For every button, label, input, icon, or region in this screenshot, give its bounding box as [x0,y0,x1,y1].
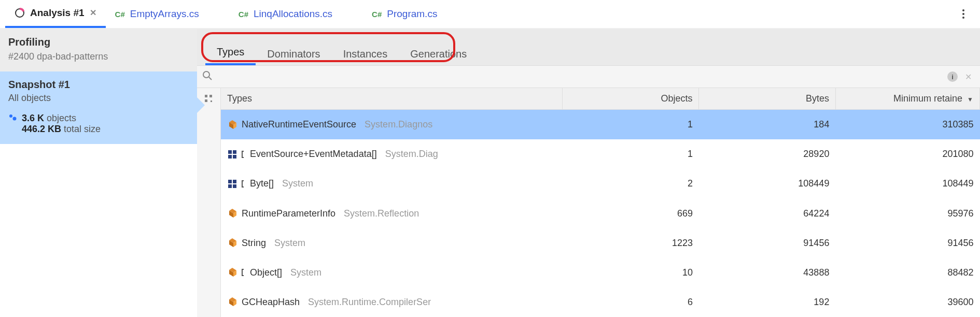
svg-rect-7 [205,99,207,102]
cell-bytes: 43888 [699,258,835,287]
array-badge-icon [241,180,246,188]
cell-bytes: 192 [699,287,835,317]
svg-rect-12 [233,155,236,159]
type-cell: NativeRuntimeEventSourceSystem.Diagnos [221,110,563,140]
editor-tab-strip: Analysis #1 ✕ C# EmptyArrays.cs C# LinqA… [0,0,980,29]
main-area: Profiling #2400 dpa-bad-patterns Snapsho… [0,29,980,317]
tab-analysis-label: Analysis #1 [30,7,85,19]
type-cell: StringSystem [221,228,563,258]
objects-label: objects [47,113,76,123]
cell-retained: 95976 [835,199,979,228]
types-table: Types Objects Bytes Minimum retaine ▼ Na… [221,88,980,317]
cell-bytes: 91456 [699,228,835,258]
type-name: RuntimeParameterInfo [242,208,335,219]
cell-retained: 310385 [835,110,979,140]
table-row[interactable]: StringSystem12239145691456 [221,228,980,258]
svg-rect-15 [233,180,236,183]
csharp-icon: C# [372,10,382,19]
svg-rect-10 [233,150,236,154]
cell-retained: 88482 [835,258,979,287]
view-tab-dominators[interactable]: Dominators [256,41,331,65]
types-table-wrap: Types Objects Bytes Minimum retaine ▼ Na… [197,88,980,317]
size-label: total size [64,124,101,134]
svg-rect-14 [228,180,232,183]
cell-objects: 2 [563,169,699,198]
col-retained[interactable]: Minimum retaine ▼ [835,88,979,110]
content-area: Types Dominators Instances Generations i… [197,29,980,317]
view-tab-generations[interactable]: Generations [399,41,478,65]
type-namespace: System.Diagnos [365,119,432,130]
type-name: Object[] [250,267,282,278]
cell-retained: 39600 [835,287,979,317]
type-namespace: System.Diag [385,149,438,160]
sort-desc-icon: ▼ [967,96,973,103]
cell-retained: 108449 [835,169,979,198]
type-cell: Byte[]System [221,169,563,198]
type-cell: RuntimeParameterInfoSystem.Reflection [221,199,563,228]
cell-retained: 91456 [835,228,979,258]
type-namespace: System.Reflection [344,208,419,219]
type-name: EventSource+EventMetadata[] [250,149,377,160]
search-input[interactable] [217,72,943,81]
svg-point-2 [13,117,17,121]
cell-objects: 1 [563,139,699,169]
type-cell: Object[]System [221,258,563,287]
type-cell: GCHeapHashSystem.Runtime.CompilerSer [221,287,563,317]
type-cell: EventSource+EventMetadata[]System.Diag [221,139,563,169]
snapshot-subtitle: All objects [8,93,189,104]
profiling-subtitle: #2400 dpa-bad-patterns [8,51,189,62]
kebab-menu-icon[interactable] [952,9,975,19]
table-row[interactable]: Byte[]System2108449108449 [221,169,980,198]
tab-file-1-label: LinqAllocations.cs [254,8,332,20]
view-tab-instances[interactable]: Instances [332,41,399,65]
clear-search-icon[interactable]: ✕ [962,72,975,82]
struct-icon [227,179,237,189]
table-row[interactable]: GCHeapHashSystem.Runtime.CompilerSer6192… [221,287,980,317]
col-retained-label: Minimum retaine [893,93,962,104]
tab-file-0[interactable]: C# EmptyArrays.cs [106,0,208,28]
col-bytes[interactable]: Bytes [699,88,835,110]
type-namespace: System [274,238,305,249]
cell-objects: 669 [563,199,699,228]
snapshot-title: Snapshot #1 [8,79,189,91]
type-namespace: System [290,267,321,278]
array-badge-icon [241,150,246,159]
table-row[interactable]: Object[]System104388888482 [221,258,980,287]
tab-file-2[interactable]: C# Program.cs [362,0,446,28]
info-icon[interactable]: i [947,71,958,82]
profiling-block[interactable]: Profiling #2400 dpa-bad-patterns [0,29,197,71]
svg-point-1 [9,114,12,118]
tab-file-0-label: EmptyArrays.cs [130,8,199,20]
col-objects[interactable]: Objects [563,88,699,110]
tab-file-1[interactable]: C# LinqAllocations.cs [229,0,342,28]
type-namespace: System [282,178,313,189]
snapshot-stats: 3.6 K objects 446.2 KB total size [8,113,189,135]
type-name: Byte[] [250,178,274,189]
objects-count: 3.6 K [22,113,44,123]
array-badge-icon [241,268,246,277]
cell-retained: 201080 [835,139,979,169]
table-row[interactable]: NativeRuntimeEventSourceSystem.Diagnos11… [221,110,980,140]
table-row[interactable]: EventSource+EventMetadata[]System.Diag12… [221,139,980,169]
tab-analysis[interactable]: Analysis #1 ✕ [5,0,106,28]
class-icon [227,238,237,248]
svg-rect-8 [211,100,212,102]
size-value: 446.2 KB [22,124,61,134]
col-types[interactable]: Types [221,88,563,110]
table-row[interactable]: RuntimeParameterInfoSystem.Reflection669… [221,199,980,228]
class-icon [227,208,237,219]
tab-file-2-label: Program.cs [387,8,437,20]
grouping-button[interactable] [197,88,221,317]
svg-rect-5 [205,95,207,97]
class-icon [227,267,237,278]
cell-objects: 6 [563,287,699,317]
view-tab-types[interactable]: Types [205,39,256,65]
search-icon [202,70,213,83]
svg-rect-9 [228,150,232,154]
view-tabs: Types Dominators Instances Generations [197,29,980,65]
snapshot-block[interactable]: Snapshot #1 All objects 3.6 K objects 44… [0,71,197,144]
close-icon[interactable]: ✕ [90,9,96,17]
cell-objects: 10 [563,258,699,287]
struct-icon [227,149,237,160]
type-name: NativeRuntimeEventSource [242,119,356,130]
